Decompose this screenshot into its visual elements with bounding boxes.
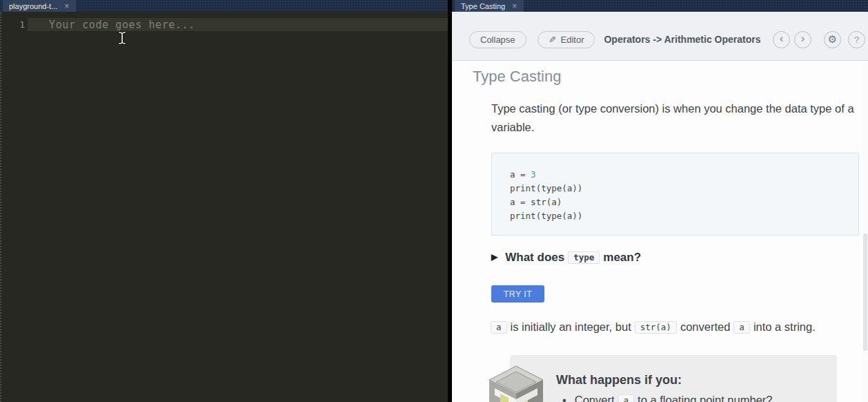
editor-button[interactable]: ✎ Editor <box>537 31 595 48</box>
settings-button[interactable]: ⚙ <box>824 31 841 48</box>
lesson-intro-paragraph: Type casting (or type conversion) is whe… <box>491 99 861 137</box>
help-button[interactable]: ? <box>848 31 865 48</box>
code-sample-block: a = 3 print(type(a)) a = str(a) print(ty… <box>491 153 859 236</box>
scrollbar-thumb[interactable] <box>863 233 867 351</box>
editor-placeholder-text: Your code goes here... <box>49 19 195 31</box>
chevron-left-icon: ‹ <box>780 32 784 46</box>
lesson-title: Type Casting <box>473 68 561 86</box>
bullet-icon: • <box>562 394 566 402</box>
scrollbar-track <box>862 61 868 402</box>
lesson-tab-type-casting[interactable]: Type Casting × <box>455 0 524 12</box>
inline-code-type: type <box>568 251 600 264</box>
crate-illustration-icon <box>486 365 546 402</box>
challenge-title: What happens if you: <box>556 373 682 387</box>
triangle-right-icon: ▶ <box>491 252 497 262</box>
inline-code-a: a <box>733 321 750 334</box>
code-editor-pane: playground-t... × 1 Your code goes here.… <box>0 0 452 402</box>
text-cursor-icon <box>117 31 127 45</box>
prev-lesson-button[interactable]: ‹ <box>773 31 790 48</box>
app-window: playground-t... × 1 Your code goes here.… <box>0 0 868 402</box>
code-line-2: print(type(a)) <box>510 183 582 193</box>
challenge-bullet-item: •Convertato a floating point number? <box>562 394 772 402</box>
editor-tab-label: playground-t... <box>9 2 57 10</box>
editor-tab-bar: playground-t... × <box>0 0 448 12</box>
editor-button-label: Editor <box>561 35 584 45</box>
code-line-3: a = str(a) <box>510 197 562 207</box>
close-icon[interactable]: × <box>64 2 69 10</box>
inline-code-a: a <box>618 394 635 402</box>
lesson-tab-bar: Type Casting × <box>452 0 868 12</box>
code-number-literal: 3 <box>531 169 536 180</box>
lesson-pane: Type Casting × Collapse ✎ Editor Operato… <box>452 0 868 402</box>
inline-code-str-a: str(a) <box>635 321 677 334</box>
toolbar-right-controls: ‹ › ⚙ ? <box>773 31 867 48</box>
result-sentence: ais initially an integer, butstr(a)conve… <box>491 320 816 334</box>
lesson-content: Type Casting Type casting (or type conve… <box>452 61 868 402</box>
pencil-icon: ✎ <box>549 35 556 45</box>
try-it-button[interactable]: TRY IT <box>491 285 544 303</box>
disclosure-text-after: mean? <box>603 251 641 264</box>
lesson-tab-label: Type Casting <box>461 2 505 10</box>
inline-code-a: a <box>491 321 507 334</box>
breadcrumb: Operators -> Arithmetic Operators <box>604 34 760 45</box>
bullet-text-after: to a floating point number? <box>638 394 772 402</box>
bullet-text-before: Convert <box>575 394 615 402</box>
collapse-button-label: Collapse <box>480 35 515 45</box>
gear-icon: ⚙ <box>828 33 837 46</box>
collapse-button[interactable]: Collapse <box>469 31 526 48</box>
code-sample: a = 3 print(type(a)) a = str(a) print(ty… <box>510 168 858 223</box>
result-text-2: converted <box>680 320 730 333</box>
line-number: 1 <box>11 19 25 30</box>
challenge-card: What happens if you: •Convertato a float… <box>510 355 837 402</box>
editor-tab-playground[interactable]: playground-t... × <box>3 0 76 12</box>
disclosure-what-does-type-mean[interactable]: ▶What doestypemean? <box>491 251 641 265</box>
chevron-right-icon: › <box>801 32 805 46</box>
code-line-1: a = <box>510 169 531 180</box>
result-text-1: is initially an integer, but <box>511 320 631 333</box>
code-line-4: print(type(a)) <box>510 211 582 221</box>
editor-active-line[interactable]: 1 Your code goes here... <box>28 18 448 31</box>
result-text-3: into a string. <box>753 320 816 333</box>
close-icon[interactable]: × <box>512 2 517 10</box>
next-lesson-button[interactable]: › <box>794 31 811 48</box>
help-icon: ? <box>854 35 859 45</box>
lesson-toolbar: Collapse ✎ Editor Operators -> Arithmeti… <box>452 12 868 61</box>
code-editor-area[interactable]: 1 Your code goes here... <box>0 12 448 402</box>
disclosure-text-before: What does <box>505 251 564 264</box>
